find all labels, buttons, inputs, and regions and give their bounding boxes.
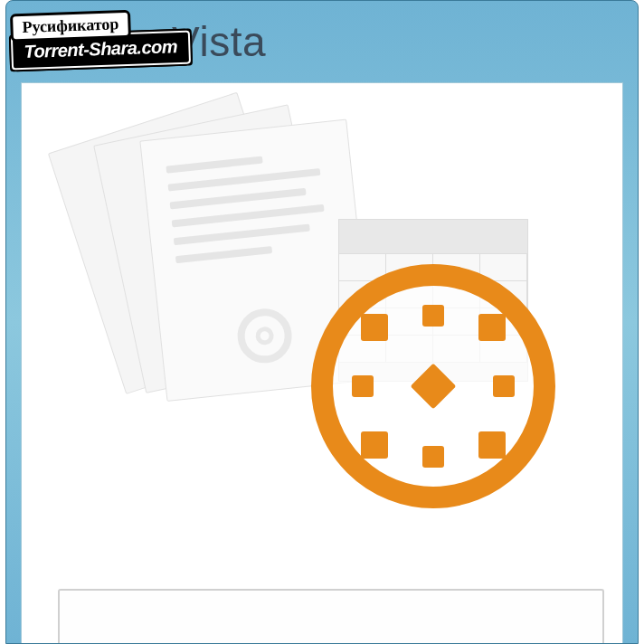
disc-icon <box>235 306 295 365</box>
window-frame: Drive Vista <box>5 0 639 644</box>
watermark-badge: Русификатор Torrent-Shara.com <box>10 8 191 71</box>
content-area <box>21 82 623 643</box>
main-illustration <box>103 110 555 490</box>
product-logo-icon <box>311 264 555 508</box>
watermark-line-1: Русификатор <box>10 10 131 43</box>
bottom-panel <box>58 589 604 643</box>
